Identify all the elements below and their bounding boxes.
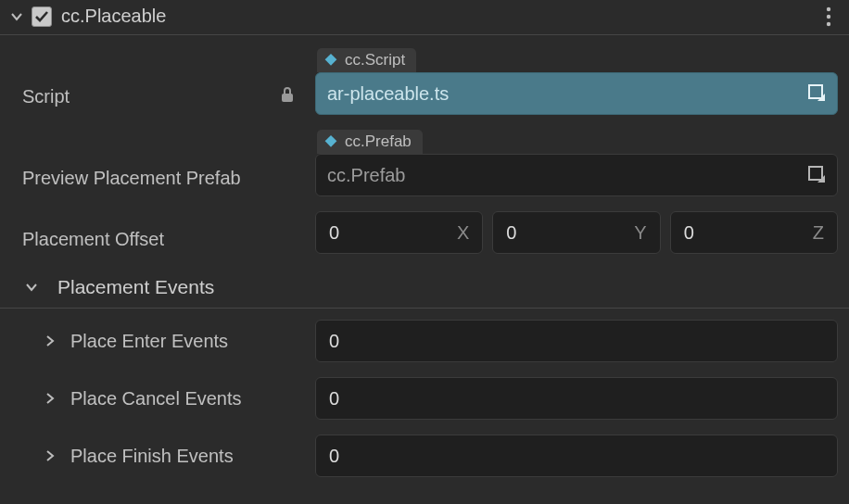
prefab-asset-field[interactable]: cc.Prefab: [315, 154, 838, 196]
chevron-right-icon: [43, 391, 57, 406]
svg-point-0: [827, 6, 830, 10]
lock-icon: [280, 86, 295, 107]
event-label-group[interactable]: Place Finish Events: [43, 446, 315, 467]
events-section-title: Placement Events: [57, 276, 214, 298]
offset-y-input[interactable]: 0 Y: [492, 211, 660, 254]
prefab-label-col: Preview Placement Prefab: [22, 168, 315, 196]
asset-picker-icon[interactable]: [804, 161, 831, 189]
svg-point-2: [827, 21, 830, 25]
event-label-group[interactable]: Place Enter Events: [43, 331, 315, 352]
z-axis-label: Z: [813, 222, 824, 244]
kebab-menu-icon[interactable]: [817, 6, 840, 27]
event-label-group[interactable]: Place Cancel Events: [43, 388, 315, 410]
event-row: Place Cancel Events 0: [0, 372, 849, 429]
prefab-field: cc.Prefab cc.Prefab: [315, 130, 838, 196]
event-count-input[interactable]: 0: [315, 435, 838, 477]
script-type-chip: cc.Script: [317, 48, 416, 72]
component-title: cc.Placeable: [61, 6, 817, 27]
event-count-value: 0: [329, 331, 824, 352]
event-count-input[interactable]: 0: [315, 320, 838, 362]
prefab-label: Preview Placement Prefab: [22, 168, 241, 189]
script-asset-field[interactable]: ar-placeable.ts: [315, 72, 838, 115]
offset-field: 0 X 0 Y 0 Z: [315, 211, 838, 254]
prefab-chip-label: cc.Prefab: [345, 132, 412, 151]
diamond-icon: [324, 135, 337, 148]
asset-picker-icon[interactable]: [804, 80, 831, 107]
event-count-input[interactable]: 0: [315, 377, 838, 420]
svg-rect-5: [809, 85, 822, 98]
svg-rect-3: [282, 94, 293, 102]
script-row: Script cc.Script ar-placeable.ts: [0, 43, 849, 124]
offset-label: Placement Offset: [22, 229, 164, 250]
svg-rect-4: [325, 54, 337, 66]
events-section-header[interactable]: Placement Events: [0, 263, 849, 309]
event-count-value: 0: [329, 446, 824, 467]
chevron-down-icon: [24, 280, 39, 295]
event-label: Place Finish Events: [70, 446, 234, 467]
collapse-icon[interactable]: [9, 9, 24, 24]
svg-rect-7: [809, 167, 822, 180]
event-label: Place Cancel Events: [70, 388, 242, 410]
script-label-col: Script: [22, 86, 315, 115]
component-header: cc.Placeable: [0, 0, 849, 35]
diamond-icon: [324, 54, 337, 67]
event-row: Place Enter Events 0: [0, 314, 849, 372]
offset-row: Placement Offset 0 X 0 Y 0 Z: [0, 206, 849, 263]
prefab-asset-placeholder: cc.Prefab: [327, 165, 804, 186]
offset-x-input[interactable]: 0 X: [315, 211, 483, 254]
offset-x-value: 0: [329, 222, 457, 244]
offset-z-value: 0: [684, 222, 813, 244]
offset-z-input[interactable]: 0 Z: [670, 211, 838, 254]
prefab-type-chip: cc.Prefab: [317, 130, 423, 154]
script-field: cc.Script ar-placeable.ts: [315, 48, 838, 115]
svg-point-1: [827, 14, 830, 18]
svg-rect-6: [325, 135, 337, 147]
y-axis-label: Y: [634, 222, 646, 244]
event-row: Place Finish Events 0: [0, 429, 849, 486]
prefab-row: Preview Placement Prefab cc.Prefab cc.Pr…: [0, 124, 849, 206]
script-asset-value: ar-placeable.ts: [327, 83, 804, 105]
script-label: Script: [22, 86, 70, 107]
enable-checkbox[interactable]: [32, 6, 52, 27]
x-axis-label: X: [457, 222, 469, 244]
script-chip-label: cc.Script: [345, 51, 405, 69]
offset-y-value: 0: [506, 222, 634, 244]
event-count-value: 0: [329, 388, 824, 410]
chevron-right-icon: [43, 448, 57, 463]
event-label: Place Enter Events: [70, 331, 228, 352]
offset-label-col: Placement Offset: [22, 229, 315, 254]
chevron-right-icon: [43, 334, 57, 348]
